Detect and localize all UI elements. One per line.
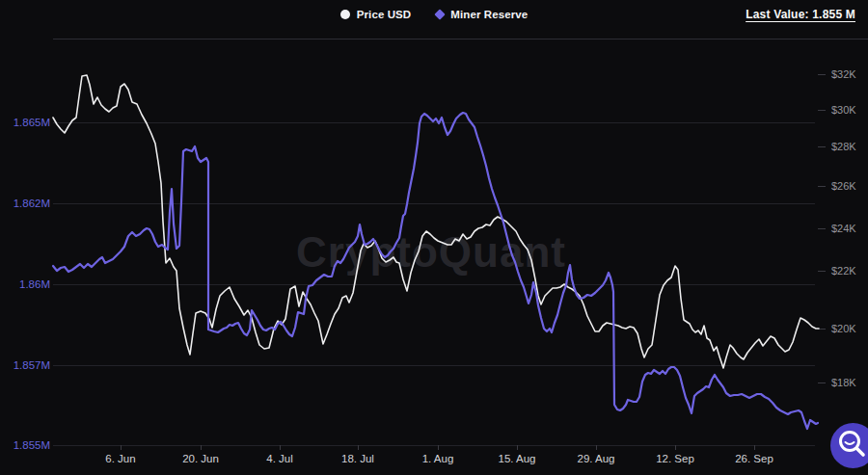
x-axis-tick-label: 15. Aug — [498, 453, 535, 464]
legend-item-miner-reserve[interactable]: Miner Reserve — [436, 9, 528, 20]
chart-svg[interactable]: 1.865M1.862M1.86M1.857M1.855M$32K$30K$28… — [0, 0, 868, 475]
left-axis-tick-label: 1.855M — [14, 439, 50, 451]
zoom-search-button[interactable] — [830, 423, 868, 468]
left-axis-tick-label: 1.857M — [14, 359, 50, 371]
right-axis-tick-label: $22K — [831, 265, 856, 277]
left-axis-tick-label: 1.862M — [14, 198, 50, 209]
reserve-series-diamond-icon — [435, 9, 446, 19]
legend-label-price-usd: Price USD — [357, 9, 412, 20]
price-series-dot-icon — [340, 10, 350, 19]
left-axis-tick-label: 1.86M — [19, 278, 50, 290]
last-value-link[interactable]: Last Value: 1.855 M — [746, 8, 855, 21]
left-axis-tick-label: 1.865M — [14, 117, 50, 128]
right-axis-tick-label: $30K — [831, 104, 856, 116]
right-axis-tick-label: $18K — [831, 377, 856, 388]
chart-panel: 1.865M1.862M1.86M1.857M1.855M$32K$30K$28… — [0, 0, 868, 475]
legend-label-miner-reserve: Miner Reserve — [450, 9, 528, 20]
x-axis-tick-label: 29. Aug — [577, 453, 614, 464]
x-axis-tick-label: 12. Sep — [656, 453, 694, 464]
x-axis-tick-label: 18. Jul — [341, 453, 374, 464]
right-axis-tick-label: $20K — [831, 323, 856, 334]
chart-topbar: Price USD Miner Reserve Last Value: 1.85… — [0, 0, 868, 33]
right-axis-tick-label: $28K — [831, 141, 856, 152]
right-axis-tick-label: $26K — [831, 180, 856, 192]
legend-item-price-usd[interactable]: Price USD — [340, 9, 412, 20]
x-axis-tick-label: 1. Aug — [422, 453, 454, 464]
right-axis-tick-label: $32K — [831, 68, 856, 80]
magnifier-smile-icon — [830, 423, 868, 468]
legend: Price USD Miner Reserve — [0, 9, 868, 20]
x-axis-tick-label: 20. Jun — [182, 453, 219, 464]
right-axis-tick-label: $24K — [831, 223, 856, 234]
x-axis-tick-label: 4. Jul — [266, 453, 293, 464]
x-axis-tick-label: 26. Sep — [735, 453, 773, 464]
x-axis-tick-label: 6. Jun — [105, 453, 135, 464]
